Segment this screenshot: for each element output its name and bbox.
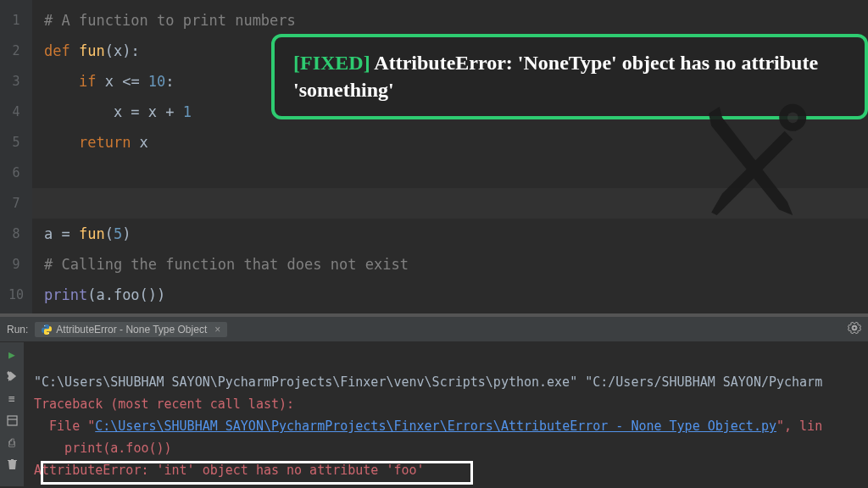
- tools-icon: [682, 93, 817, 229]
- wrap-icon[interactable]: ⎙: [5, 435, 19, 449]
- run-toolbar: Run: AttributeError - None Type Object ×: [0, 317, 868, 342]
- traceback-file-link[interactable]: C:\Users\SHUBHAM SAYON\PycharmProjects\F…: [95, 419, 776, 434]
- line-number: 3: [0, 66, 32, 97]
- run-config-tab[interactable]: AttributeError - None Type Object ×: [35, 322, 227, 337]
- rerun-icon[interactable]: ▶: [5, 347, 19, 361]
- gear-icon[interactable]: [848, 321, 861, 338]
- code-line[interactable]: print(a.foo()): [32, 280, 868, 310]
- traceback-header: Traceback (most recent call last):: [34, 396, 294, 412]
- console-action-gutter: ▶ ≡ ⎙: [0, 342, 24, 486]
- run-tab-label: AttributeError - None Type Object: [56, 324, 207, 336]
- down-icon[interactable]: ≡: [5, 391, 19, 405]
- line-number: 2: [0, 36, 32, 66]
- line-number: 1: [0, 5, 32, 36]
- console-command: "C:\Users\SHUBHAM SAYON\PycharmProjects\…: [34, 374, 822, 390]
- code-line[interactable]: # Calling the function that does not exi…: [32, 249, 868, 280]
- run-console: ▶ ≡ ⎙ "C:\Users\SHUBHAM SAYON\PycharmPro…: [0, 342, 868, 486]
- svg-point-2: [45, 324, 46, 325]
- line-number: 5: [0, 127, 32, 158]
- line-number-gutter: 12345678910: [0, 0, 32, 313]
- line-number: 6: [0, 158, 32, 188]
- python-icon: [42, 324, 52, 335]
- traceback-call: print(a.foo()): [34, 441, 172, 456]
- code-editor[interactable]: 12345678910 # A function to print number…: [0, 0, 868, 313]
- stop-icon[interactable]: [5, 369, 19, 383]
- line-number: 4: [0, 97, 32, 127]
- error-message: AttributeError: 'int' object has no attr…: [34, 463, 425, 478]
- line-number: 9: [0, 249, 32, 280]
- line-number: 10: [0, 280, 32, 310]
- svg-point-3: [48, 332, 49, 333]
- layout-icon[interactable]: [5, 413, 19, 427]
- callout-fixed-badge: [FIXED]: [293, 52, 370, 74]
- line-number: 8: [0, 219, 32, 249]
- svg-rect-5: [8, 416, 17, 425]
- svg-point-1: [787, 112, 798, 123]
- close-icon[interactable]: ×: [214, 324, 220, 336]
- trash-icon[interactable]: [5, 458, 19, 471]
- console-output[interactable]: "C:\Users\SHUBHAM SAYON\PycharmProjects\…: [24, 342, 868, 486]
- file-quote-pre: File ": [34, 419, 95, 434]
- code-line[interactable]: # A function to print numbers: [32, 5, 868, 36]
- svg-point-4: [853, 326, 856, 330]
- file-quote-post: ", lin: [776, 419, 822, 434]
- line-number: 7: [0, 188, 32, 219]
- run-label: Run:: [7, 324, 28, 336]
